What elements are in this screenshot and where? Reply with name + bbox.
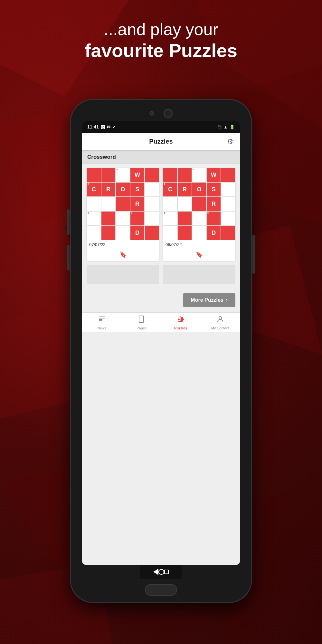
cell bbox=[221, 226, 235, 240]
volume-up-button bbox=[67, 209, 70, 235]
svg-rect-12 bbox=[99, 319, 102, 320]
android-nav-bar bbox=[140, 565, 182, 579]
cell: O bbox=[116, 182, 130, 197]
cell bbox=[163, 168, 177, 182]
cell bbox=[192, 211, 206, 226]
cell bbox=[101, 168, 116, 182]
cell bbox=[192, 197, 206, 211]
cell bbox=[192, 226, 206, 240]
placeholder-card-2 bbox=[163, 265, 235, 284]
cell bbox=[163, 226, 177, 240]
cell: 6 bbox=[163, 211, 177, 226]
cell bbox=[221, 211, 235, 226]
cell bbox=[145, 182, 159, 197]
cell bbox=[163, 197, 177, 211]
photo-icon: 🖼 bbox=[101, 125, 105, 129]
nav-item-news[interactable]: News bbox=[82, 315, 122, 330]
clock: 11:41 bbox=[87, 124, 99, 129]
crossword-grid-2: 4 W 2 C R bbox=[163, 168, 235, 240]
cell bbox=[221, 168, 235, 182]
svg-rect-14 bbox=[139, 316, 144, 322]
cell bbox=[87, 197, 101, 211]
puzzle-cards-container: 4 W 2 C R bbox=[82, 164, 240, 265]
paper-nav-icon bbox=[137, 315, 145, 325]
card-date-2: 06/07/22 bbox=[163, 240, 235, 249]
nav-label-mycontent: My Content bbox=[211, 326, 229, 330]
speaker-dot bbox=[149, 111, 154, 116]
more-puzzles-label: More Puzzles bbox=[191, 297, 223, 303]
status-left: 11:41 🖼 ✉ ✓ bbox=[87, 124, 116, 129]
cell: O bbox=[192, 182, 206, 197]
cell: 4 bbox=[116, 168, 130, 182]
status-bar: 11:41 🖼 ✉ ✓ 📳 ▲ 🔋 bbox=[82, 121, 240, 133]
cell bbox=[101, 226, 116, 240]
cell: R bbox=[101, 182, 116, 197]
nav-item-mycontent[interactable]: My Content bbox=[201, 315, 240, 330]
puzzle-card-1[interactable]: 4 W 2 C R bbox=[87, 168, 159, 261]
camera-lens bbox=[164, 109, 173, 118]
card-date-1: 07/07/22 bbox=[87, 240, 159, 249]
app-title: Puzzles bbox=[149, 138, 173, 145]
cell bbox=[116, 211, 130, 226]
puzzles-nav-icon bbox=[177, 315, 185, 325]
mycontent-nav-icon bbox=[216, 315, 224, 325]
recents-button[interactable] bbox=[164, 570, 169, 574]
home-button[interactable] bbox=[145, 584, 177, 596]
cell bbox=[177, 211, 192, 226]
header-section: ...and play your favourite Puzzles bbox=[0, 19, 322, 62]
nav-item-puzzles[interactable]: Puzzles bbox=[161, 315, 201, 330]
cell bbox=[177, 168, 192, 182]
cell bbox=[177, 226, 192, 240]
nav-item-paper[interactable]: Paper bbox=[122, 315, 161, 330]
bottom-nav: News Paper Puzzl bbox=[82, 312, 240, 332]
cell: 2 C bbox=[87, 182, 101, 197]
svg-point-15 bbox=[219, 317, 222, 319]
vibrate-icon: 📳 bbox=[216, 125, 222, 129]
cell: D bbox=[130, 226, 145, 240]
placeholder-card-1 bbox=[87, 265, 159, 284]
cell: R bbox=[206, 197, 221, 211]
cell bbox=[87, 226, 101, 240]
more-section: More Puzzles › bbox=[82, 288, 240, 312]
cell bbox=[145, 226, 159, 240]
cell bbox=[221, 197, 235, 211]
more-puzzles-chevron: › bbox=[226, 297, 228, 303]
cell: 4 bbox=[192, 168, 206, 182]
card-bottom-2: 🔖 bbox=[163, 249, 235, 261]
screen: 11:41 🖼 ✉ ✓ 📳 ▲ 🔋 Puzzles ⚙ Crossword bbox=[82, 121, 240, 565]
cell: R bbox=[130, 197, 145, 211]
cell bbox=[145, 211, 159, 226]
cell bbox=[116, 226, 130, 240]
cell: 9 bbox=[206, 211, 221, 226]
settings-icon[interactable]: ⚙ bbox=[227, 137, 233, 146]
cell bbox=[145, 197, 159, 211]
status-right: 📳 ▲ 🔋 bbox=[216, 125, 235, 129]
battery-icon: 🔋 bbox=[230, 125, 235, 129]
puzzle-card-2[interactable]: 4 W 2 C R bbox=[163, 168, 235, 261]
app-bar: Puzzles ⚙ bbox=[82, 133, 240, 150]
back-button[interactable] bbox=[153, 569, 158, 575]
svg-rect-11 bbox=[99, 318, 105, 318]
cell: S bbox=[130, 182, 145, 197]
home-button-nav[interactable] bbox=[158, 569, 164, 575]
cell: W bbox=[130, 168, 145, 182]
crossword-grid-1: 4 W 2 C R bbox=[87, 168, 159, 240]
camera-area bbox=[149, 109, 173, 118]
cell: 9 bbox=[130, 211, 145, 226]
section-title: Crossword bbox=[87, 154, 116, 160]
cell bbox=[116, 197, 130, 211]
nav-label-paper: Paper bbox=[137, 326, 146, 330]
nav-label-puzzles: Puzzles bbox=[174, 326, 187, 330]
header-line2: favourite Puzzles bbox=[0, 39, 322, 62]
nav-label-news: News bbox=[97, 326, 106, 330]
phone-frame: 11:41 🖼 ✉ ✓ 📳 ▲ 🔋 Puzzles ⚙ Crossword bbox=[71, 100, 251, 602]
cell bbox=[221, 182, 235, 197]
bookmark-icon-1[interactable]: 🔖 bbox=[119, 251, 127, 258]
cell bbox=[101, 197, 116, 211]
header-line1: ...and play your bbox=[0, 19, 322, 39]
power-button bbox=[252, 235, 255, 274]
more-puzzles-button[interactable]: More Puzzles › bbox=[183, 293, 235, 307]
crossword-section-header: Crossword bbox=[82, 150, 240, 164]
bookmark-icon-2[interactable]: 🔖 bbox=[196, 251, 203, 258]
wifi-icon: ▲ bbox=[223, 125, 228, 129]
